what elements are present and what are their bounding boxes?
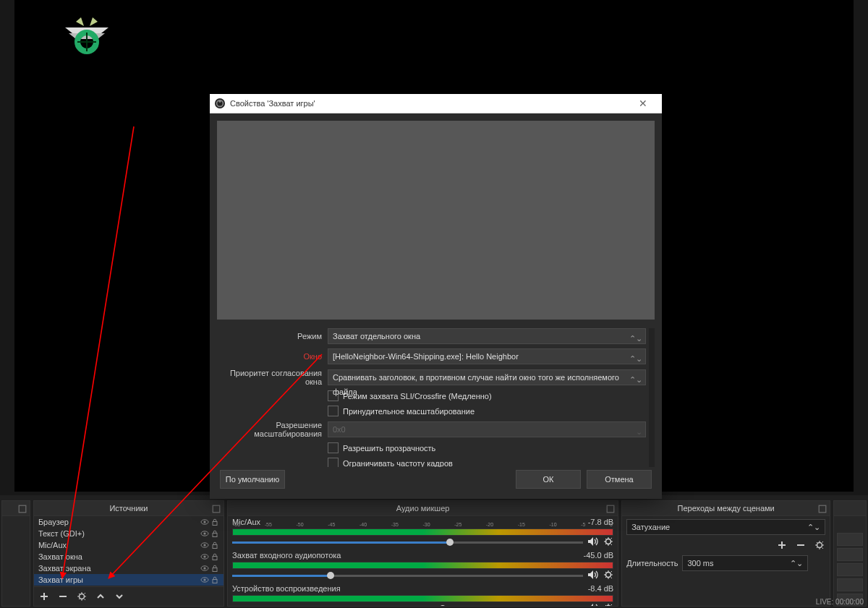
scale-res-label: Разрешение масштабирования	[217, 421, 328, 438]
sources-list[interactable]: БраузерТекст (GDI+)Mic/AuxЗахват окнаЗах…	[34, 516, 224, 586]
source-label: Браузер	[38, 516, 200, 528]
svg-point-30	[606, 572, 611, 577]
force-scale-label: Принудительное масштабирование	[343, 407, 475, 416]
visibility-icon[interactable]	[200, 529, 209, 538]
ok-button[interactable]: ОК	[516, 470, 581, 489]
scale-res-select[interactable]: 0x0 ⌄	[328, 421, 646, 437]
svg-rect-28	[607, 505, 614, 513]
sources-title: Источники	[109, 504, 148, 513]
svg-point-25	[203, 578, 205, 581]
limit-fps-label: Ограничивать частоту кадров	[343, 459, 453, 468]
source-row[interactable]: Захват игры	[34, 574, 224, 586]
svg-rect-7	[19, 505, 26, 513]
move-up-button[interactable]	[95, 591, 106, 602]
speaker-icon[interactable]	[587, 536, 599, 549]
remove-source-button[interactable]	[57, 591, 69, 602]
lock-icon[interactable]	[210, 518, 219, 526]
volume-slider[interactable]	[232, 541, 583, 544]
control-button-stub[interactable]	[837, 533, 863, 546]
gear-icon[interactable]	[603, 536, 613, 549]
priority-label: Приоритет согласования окна	[217, 369, 328, 386]
lock-icon[interactable]	[210, 552, 219, 561]
speaker-icon[interactable]	[587, 603, 599, 607]
controls-body	[834, 516, 866, 606]
move-down-button[interactable]	[114, 591, 125, 602]
source-label: Захват окна	[38, 551, 200, 562]
visibility-icon[interactable]	[200, 564, 209, 573]
dialog-title-text: Свойства 'Захват игры'	[230, 99, 315, 108]
gear-icon[interactable]	[603, 603, 613, 607]
status-bar: LIVE: 00:00:00	[816, 596, 864, 608]
properties-dialog: Свойства 'Захват игры' ✕ Режим Захват от…	[210, 94, 662, 499]
channel-db: -8.4 dB	[588, 584, 613, 594]
scenes-panel	[1, 500, 30, 607]
channel-name: Устройство воспроизведения	[232, 584, 341, 594]
source-row[interactable]: Захват окна	[34, 551, 224, 562]
dock-undock-icon[interactable]	[18, 503, 27, 512]
add-transition-button[interactable]	[776, 539, 788, 551]
controls-header	[834, 501, 866, 516]
mixer-header: Аудио микшер	[228, 501, 618, 516]
transparency-checkbox[interactable]	[328, 442, 339, 453]
svg-point-36	[218, 100, 221, 103]
add-source-button[interactable]	[38, 591, 50, 602]
source-row[interactable]: Mic/Aux	[34, 539, 224, 551]
duration-input[interactable]: 300 ms ⌃⌄	[682, 555, 808, 571]
visibility-icon[interactable]	[200, 541, 209, 549]
svg-rect-26	[213, 580, 217, 583]
mixer-title: Аудио микшер	[396, 504, 450, 513]
control-button-stub[interactable]	[837, 548, 863, 561]
lock-icon[interactable]	[210, 564, 219, 573]
limit-fps-checkbox[interactable]	[328, 458, 339, 467]
svg-marker-2	[76, 17, 84, 26]
volume-slider[interactable]	[232, 575, 583, 577]
svg-point-33	[817, 543, 822, 548]
defaults-button[interactable]: По умолчанию	[220, 470, 285, 489]
chevron-updown-icon: ⌃⌄	[629, 331, 642, 346]
channel-db: -45.0 dB	[584, 551, 614, 561]
vu-meter	[232, 595, 613, 602]
sources-header: Источники	[34, 501, 224, 516]
vu-meter	[232, 562, 613, 569]
force-scale-checkbox[interactable]	[328, 406, 339, 416]
visibility-icon[interactable]	[200, 518, 209, 526]
mode-select[interactable]: Захват отдельного окна ⌃⌄	[328, 328, 646, 344]
visibility-icon[interactable]	[200, 575, 209, 584]
lock-icon[interactable]	[210, 529, 219, 538]
lock-icon[interactable]	[210, 575, 219, 584]
source-row[interactable]: Текст (GDI+)	[34, 528, 224, 539]
control-button-stub[interactable]	[837, 578, 863, 591]
svg-marker-3	[90, 17, 98, 26]
cancel-button[interactable]: Отмена	[587, 470, 652, 489]
remove-transition-button[interactable]	[795, 539, 807, 551]
speaker-icon[interactable]	[587, 570, 599, 582]
source-properties-button[interactable]	[76, 591, 88, 602]
transition-select[interactable]: Затухание ⌃⌄	[626, 519, 825, 535]
lock-icon[interactable]	[210, 541, 219, 549]
visibility-icon[interactable]	[200, 552, 209, 561]
source-row[interactable]: Захват экрана	[34, 562, 224, 574]
dock-undock-icon[interactable]	[212, 503, 221, 512]
close-button[interactable]: ✕	[629, 98, 658, 109]
chevron-updown-icon: ⌃⌄	[629, 351, 642, 366]
source-row[interactable]: Браузер	[34, 516, 224, 528]
control-button-stub[interactable]	[837, 563, 863, 576]
window-label: Окно	[217, 352, 328, 361]
gear-icon[interactable]	[603, 570, 613, 582]
dialog-titlebar[interactable]: Свойства 'Захват игры' ✕	[210, 94, 662, 114]
svg-point-22	[203, 567, 205, 569]
priority-select[interactable]: Сравнивать заголовок, в противном случае…	[328, 369, 646, 385]
properties-form: Режим Захват отдельного окна ⌃⌄ Окно [He…	[217, 328, 655, 467]
dock-undock-icon[interactable]	[606, 503, 615, 512]
window-select[interactable]: [HelloNeighbor-Win64-Shipping.exe]: Hell…	[328, 348, 646, 364]
transition-settings-button[interactable]	[814, 539, 825, 551]
dock-undock-icon[interactable]	[818, 503, 827, 512]
svg-point-16	[203, 544, 205, 546]
channel-name: Захват входного аудиопотока	[232, 551, 341, 561]
svg-rect-32	[819, 505, 826, 513]
source-label: Захват экрана	[38, 562, 200, 574]
app-window: Источники БраузерТекст (GDI+)Mic/AuxЗахв…	[0, 0, 868, 608]
transitions-title: Переходы между сценами	[678, 504, 775, 513]
mixer-channel: Mic/Aux-7.8 dB-60-55-50-45-40-35-30-25-2…	[232, 518, 613, 548]
svg-point-13	[203, 532, 205, 534]
